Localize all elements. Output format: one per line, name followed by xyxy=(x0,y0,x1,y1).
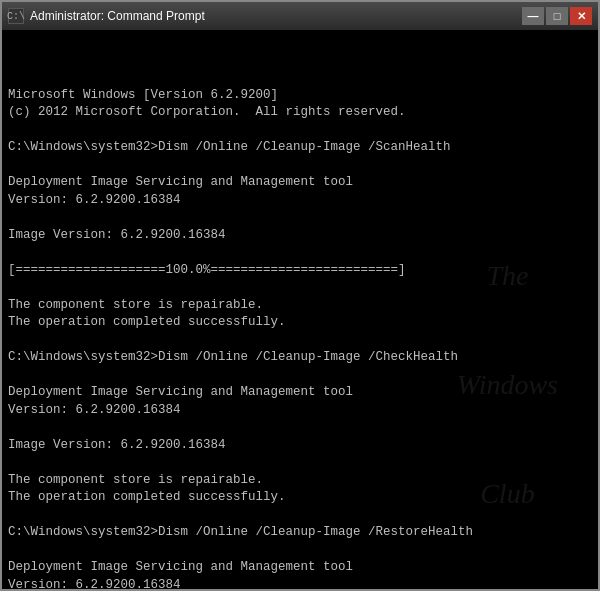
console-output[interactable]: The Windows Club Microsoft Windows [Vers… xyxy=(2,30,598,589)
close-button[interactable]: ✕ xyxy=(570,7,592,25)
command-prompt-window: C:\ Administrator: Command Prompt — □ ✕ … xyxy=(0,0,600,591)
window-title: Administrator: Command Prompt xyxy=(30,9,205,23)
title-bar-left: C:\ Administrator: Command Prompt xyxy=(8,8,205,24)
minimize-button[interactable]: — xyxy=(522,7,544,25)
icon-label: C:\ xyxy=(7,11,25,22)
window-icon: C:\ xyxy=(8,8,24,24)
title-bar-buttons: — □ ✕ xyxy=(522,7,592,25)
console-text-block: Microsoft Windows [Version 6.2.9200] (c)… xyxy=(8,87,592,590)
maximize-button[interactable]: □ xyxy=(546,7,568,25)
title-bar: C:\ Administrator: Command Prompt — □ ✕ xyxy=(2,2,598,30)
